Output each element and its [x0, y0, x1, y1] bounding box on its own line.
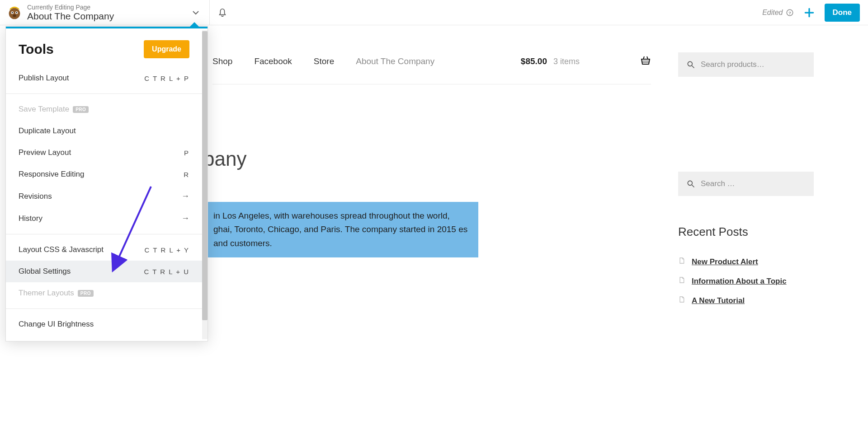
- tools-item-global-settings[interactable]: Global SettingsC T R L + U: [6, 261, 202, 282]
- tools-item-themer-layouts: Themer LayoutsPRO: [6, 282, 202, 304]
- tools-item-revisions[interactable]: Revisions→: [6, 185, 202, 207]
- nav-links: ShopFacebookStoreAbout The Company: [212, 56, 434, 66]
- nav-link-shop[interactable]: Shop: [212, 56, 232, 66]
- page-heading-partial: pany: [203, 148, 651, 170]
- tools-item-duplicate-layout[interactable]: Duplicate Layout: [6, 120, 202, 142]
- nav-link-about-the-company[interactable]: About The Company: [356, 56, 434, 66]
- svg-point-3: [12, 12, 13, 13]
- tools-dropdown-toggle[interactable]: [189, 6, 202, 19]
- cart-summary[interactable]: $85.00 3 items: [521, 55, 651, 68]
- upgrade-button[interactable]: Upgrade: [144, 40, 189, 58]
- builder-topbar: Currently Editing Page About The Company…: [0, 0, 868, 25]
- keyboard-shortcut: C T R L + P: [144, 75, 189, 82]
- tools-menu-title: Tools: [19, 42, 54, 57]
- cart-item-count: 3 items: [553, 57, 580, 66]
- edited-label: Edited: [762, 9, 783, 17]
- tools-item-responsive-editing[interactable]: Responsive EditingR: [6, 163, 202, 185]
- done-button[interactable]: Done: [825, 4, 860, 22]
- editing-context-label: Currently Editing Page: [27, 4, 189, 11]
- keyboard-shortcut: R: [184, 171, 189, 178]
- keyboard-shortcut: C T R L + U: [144, 268, 189, 276]
- menu-separator: [6, 93, 202, 94]
- svg-point-9: [688, 61, 692, 66]
- nav-link-store[interactable]: Store: [314, 56, 334, 66]
- product-search-box[interactable]: [678, 52, 814, 77]
- recent-posts-list: New Product AlertInformation About a Top…: [678, 257, 814, 305]
- cart-total: $85.00: [521, 56, 547, 66]
- document-icon: [678, 296, 685, 305]
- nav-link-facebook[interactable]: Facebook: [254, 56, 292, 66]
- notifications-button[interactable]: [210, 0, 235, 25]
- scrollbar-thumb[interactable]: [202, 31, 208, 320]
- search-icon: [686, 60, 695, 69]
- pro-badge: PRO: [78, 290, 94, 297]
- tools-item-preview-layout[interactable]: Preview LayoutP: [6, 142, 202, 163]
- recent-post-item: A New Tutorial: [678, 296, 814, 305]
- tools-item-label: Themer LayoutsPRO: [19, 289, 94, 298]
- recent-post-link[interactable]: New Product Alert: [692, 257, 758, 266]
- tools-item-save-template: Save TemplatePRO: [6, 98, 202, 120]
- tools-item-label: Change UI Brightness: [19, 320, 94, 329]
- help-icon[interactable]: ?: [786, 9, 794, 17]
- tools-item-label: Responsive Editing: [19, 170, 85, 179]
- product-search-input[interactable]: [701, 60, 806, 69]
- svg-line-10: [692, 66, 694, 68]
- search-icon: [686, 179, 695, 188]
- plus-icon: [803, 7, 815, 19]
- sidebar-search-input[interactable]: [701, 179, 806, 188]
- recent-post-link[interactable]: Information About a Topic: [692, 277, 787, 286]
- document-icon: [678, 257, 685, 266]
- tools-item-publish-layout[interactable]: Publish LayoutC T R L + P: [6, 67, 202, 89]
- pro-badge: PRO: [73, 106, 89, 113]
- tools-item-label: Save TemplatePRO: [19, 105, 89, 114]
- tools-item-label: Publish Layout: [19, 74, 69, 83]
- keyboard-shortcut: P: [184, 149, 189, 157]
- svg-text:?: ?: [788, 10, 791, 15]
- add-content-button[interactable]: [802, 5, 816, 20]
- menu-separator: [6, 308, 202, 309]
- site-nav-row: ShopFacebookStoreAbout The Company $85.0…: [212, 39, 651, 84]
- recent-post-item: Information About a Topic: [678, 276, 814, 286]
- topbar-title-area[interactable]: Currently Editing Page About The Company: [0, 0, 210, 25]
- tools-item-label: History: [19, 214, 42, 223]
- tools-item-change-ui-brightness[interactable]: Change UI Brightness: [6, 313, 202, 335]
- basket-icon[interactable]: [640, 55, 651, 66]
- svg-point-11: [688, 181, 692, 185]
- recent-post-item: New Product Alert: [678, 257, 814, 266]
- tools-item-label: Preview Layout: [19, 148, 71, 157]
- bell-icon: [217, 8, 227, 18]
- submenu-arrow-icon: →: [181, 191, 189, 201]
- sidebar-search-box[interactable]: [678, 172, 814, 196]
- edited-status: Edited ?: [762, 9, 793, 17]
- tools-item-label: Duplicate Layout: [19, 126, 76, 135]
- tools-item-label: Layout CSS & Javascript: [19, 245, 104, 254]
- submenu-arrow-icon: →: [181, 214, 189, 223]
- tools-item-layout-css-javascript[interactable]: Layout CSS & JavascriptC T R L + Y: [6, 239, 202, 261]
- document-icon: [678, 276, 685, 286]
- menu-separator: [6, 234, 202, 234]
- tools-dropdown-panel: Tools Upgrade Publish LayoutC T R L + PS…: [5, 26, 208, 341]
- svg-point-5: [13, 14, 16, 17]
- dropdown-scrollbar[interactable]: [202, 30, 208, 339]
- recent-post-link[interactable]: A New Tutorial: [692, 296, 745, 305]
- svg-line-12: [692, 185, 694, 187]
- tools-item-label: Global Settings: [19, 267, 71, 276]
- beaver-builder-logo-icon: [5, 3, 24, 23]
- recent-posts-heading: Recent Posts: [678, 225, 814, 239]
- tools-item-wordpress-admin[interactable]: WordPress Admin→: [6, 335, 202, 341]
- tools-item-label: Revisions: [19, 192, 52, 201]
- selected-text-block[interactable]: in Los Angeles, with warehouses spread t…: [203, 202, 478, 257]
- tools-item-history[interactable]: History→: [6, 207, 202, 229]
- chevron-down-icon: [192, 9, 199, 16]
- keyboard-shortcut: C T R L + Y: [145, 246, 189, 254]
- svg-point-0: [9, 8, 20, 19]
- page-title: About The Company: [27, 11, 189, 22]
- svg-point-4: [16, 12, 17, 13]
